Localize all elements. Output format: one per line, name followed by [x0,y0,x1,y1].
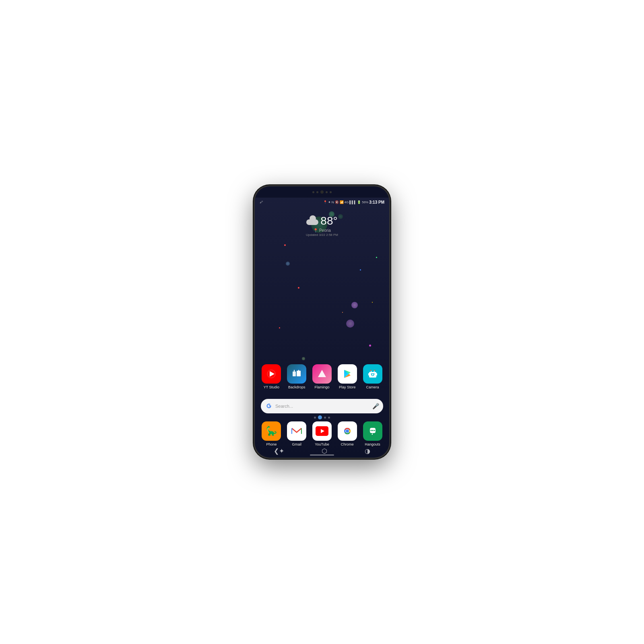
power-button[interactable] [390,243,390,263]
svg-point-29 [370,430,372,431]
wifi-icon: 📶 [340,200,344,204]
play-store-label: Play Store [339,385,356,389]
sensor [312,191,314,193]
gmail-icon-app [287,421,306,441]
planet-decoration [351,302,358,308]
svg-point-17 [373,374,374,375]
svg-rect-2 [293,372,296,376]
svg-marker-0 [270,371,275,377]
backdrops-label: Backdrops [288,385,305,389]
svg-rect-10 [368,373,369,376]
page-indicator [314,415,330,419]
svg-marker-6 [318,370,326,377]
svg-point-9 [372,374,374,376]
phone-label: Phone [266,442,277,446]
gmail-label: Gmail [292,442,301,446]
chrome-label: Chrome [341,442,354,446]
planet-decoration [302,357,305,360]
status-right: 📍 ✦ N 🔇 📶 4G ▌▌▌ 🔋 56% 3:13 PM [323,200,384,204]
weather-widget[interactable]: 88° 📍 Peoria Updated 3/22 2:58 PM [306,215,338,237]
planet-decoration [338,214,343,219]
recents-button[interactable]: ◑ [365,447,370,455]
battery-icon: 🔋 [357,200,361,204]
volume-down-button[interactable] [254,253,254,267]
svg-point-16 [371,374,372,375]
weather-cloud-icon [306,217,318,225]
backdrops-icon [287,364,306,384]
google-search-bar[interactable]: Search... 🎤 [261,399,383,413]
svg-point-31 [374,430,375,431]
mute-icon: 🔇 [335,200,339,204]
svg-point-30 [372,430,373,431]
app-camera[interactable]: Camera [363,364,382,389]
phone-app-icon: 🦕 [262,421,281,441]
nav-bar: ❮✦ ⬡ ◑ [255,446,389,458]
flamingo-label: Flamingo [314,385,329,389]
youtube-icon-app [312,421,332,441]
status-bar: 🖊 📍 ✦ N 🔇 📶 4G ▌▌▌ 🔋 56% 3:13 PM [255,198,389,206]
status-left: 🖊 [260,200,263,204]
page-dot-active [318,415,322,419]
space-dot [342,312,343,313]
space-dot [279,327,280,328]
app-hangouts[interactable]: Hangouts [363,421,382,446]
sensor [330,191,332,193]
app-phone[interactable]: 🦕 Phone [262,421,281,446]
front-camera [320,190,324,194]
space-dot [369,345,371,347]
mic-icon[interactable]: 🎤 [372,403,379,409]
volume-up-button[interactable] [254,235,254,249]
flamingo-icon [312,364,332,384]
planet-decoration [286,262,290,266]
phone-frame: 🖊 📍 ✦ N 🔇 📶 4G ▌▌▌ 🔋 56% 3:13 PM [254,185,390,459]
apps-row: YT Studio Backdrops [255,364,389,389]
notification-icon: 🖊 [260,200,263,204]
bluetooth-icon: ✦ [328,200,331,204]
wallpaper: 88° 📍 Peoria Updated 3/22 2:58 PM [255,206,389,458]
page-dot-4 [328,417,330,419]
sensors [312,190,332,194]
phone-screen: 🖊 📍 ✦ N 🔇 📶 4G ▌▌▌ 🔋 56% 3:13 PM [255,186,389,458]
app-play-store[interactable]: Play Store [338,364,357,389]
app-chrome[interactable]: Chrome [338,421,357,446]
svg-point-13 [370,370,371,371]
nav-indicator [310,454,334,456]
app-flamingo[interactable]: Flamingo [312,364,332,389]
temperature: 88° [320,215,337,227]
app-yt-studio[interactable]: YT Studio [262,364,281,389]
google-logo [265,402,273,410]
space-dot [376,257,377,258]
app-gmail[interactable]: Gmail [287,421,306,446]
app-backdrops[interactable]: Backdrops [287,364,306,389]
yt-studio-label: YT Studio [264,385,279,389]
page-dot-3 [324,417,326,419]
dock: 🦕 Phone Gmail [255,421,389,446]
youtube-label: YouTube [315,442,329,446]
status-time: 3:13 PM [369,200,384,204]
space-dot [284,244,286,246]
weather-main: 88° [306,215,338,227]
yt-studio-icon [262,364,281,384]
space-dot [360,269,361,270]
network-type: 4G [345,200,349,204]
home-button[interactable]: ⬡ [322,447,327,455]
svg-rect-18 [291,427,302,436]
weather-location: 📍 Peoria [306,228,338,233]
nfc-icon: N [332,200,334,204]
svg-rect-11 [376,373,377,376]
hangouts-icon-app [363,421,382,441]
search-placeholder: Search... [275,404,370,409]
svg-point-26 [346,429,349,433]
camera-label: Camera [366,385,379,389]
sensor [326,191,328,193]
play-store-icon [338,364,357,384]
space-dot [298,287,299,289]
weather-updated: Updated 3/22 2:58 PM [306,233,338,237]
svg-point-15 [374,370,375,371]
back-button[interactable]: ❮✦ [274,447,284,455]
app-youtube[interactable]: YouTube [312,421,332,446]
battery-percent: 56% [362,200,368,204]
chrome-icon-app [338,421,357,441]
location-icon: 📍 [323,200,327,204]
signal-bars: ▌▌▌ [349,200,356,204]
